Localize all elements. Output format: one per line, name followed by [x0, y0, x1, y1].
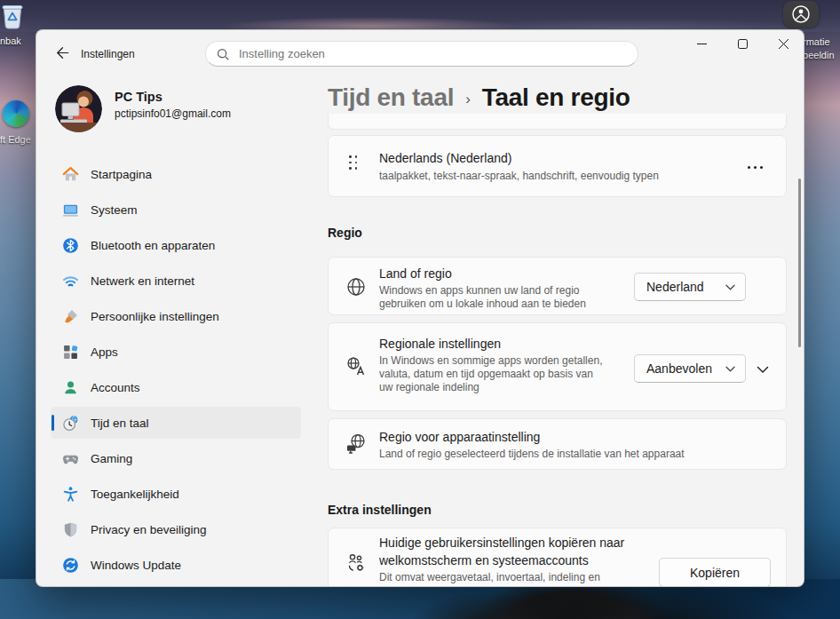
sidebar-item-label: Netwerk en internet: [91, 274, 194, 288]
globe-icon: [345, 276, 367, 301]
minimize-button[interactable]: [681, 30, 722, 57]
sidebar-item-bluetooth[interactable]: Bluetooth en apparaten: [51, 229, 301, 261]
close-button[interactable]: [763, 30, 804, 57]
sidebar-item-toegankelijkheid[interactable]: Toegankelijkheid: [51, 478, 301, 510]
country-region-card: Land of regio Windows en apps kunnen uw …: [328, 257, 787, 315]
sidebar-nav: Startpagina Systeem Bluetooth en apparat…: [51, 158, 301, 584]
sidebar-item-gaming[interactable]: Gaming: [51, 442, 301, 474]
country-dropdown-value: Nederland: [646, 280, 704, 294]
edge-label: ft Edge: [0, 134, 31, 145]
chevron-down-icon: [757, 366, 769, 374]
minimize-icon: [697, 39, 707, 49]
recycle-bin-label: nbak: [0, 36, 21, 46]
profile-section[interactable]: PC Tips pctipsinfo01@gmail.com: [55, 85, 304, 135]
sidebar-item-privacy[interactable]: Privacy en beveiliging: [51, 513, 301, 545]
copy-accounts-icon: [345, 552, 367, 576]
device-region-icon: [345, 433, 367, 458]
windows-update-icon: [62, 557, 79, 574]
copy-settings-card: Huidige gebruikersinstellingen kopiëren …: [328, 528, 787, 587]
partial-list-item: [328, 114, 787, 130]
system-icon: [62, 202, 79, 218]
search-box[interactable]: [205, 41, 638, 67]
copy-button-label: Kopiëren: [690, 566, 740, 580]
country-region-desc-line1: Windows en apps kunnen uw land of regio: [379, 284, 586, 298]
chevron-down-icon: [725, 284, 735, 290]
accessibility-icon: [62, 486, 79, 503]
sidebar-item-label: Privacy en beveiliging: [91, 523, 207, 536]
sidebar-item-startpagina[interactable]: Startpagina: [51, 158, 301, 190]
sidebar-item-label: Gaming: [91, 452, 132, 465]
settings-window: Instellingen: [36, 29, 804, 587]
sidebar-item-netwerk[interactable]: Netwerk en internet: [51, 265, 301, 297]
avatar: [55, 85, 102, 132]
time-language-icon: [62, 415, 79, 432]
copy-settings-title-line1: Huidige gebruikersinstellingen kopiëren …: [379, 535, 624, 552]
sidebar-item-label: Persoonlijke instellingen: [91, 310, 219, 323]
privacy-shield-icon: [62, 521, 79, 538]
country-region-title: Land of regio: [379, 266, 586, 281]
search-input[interactable]: [237, 46, 629, 61]
country-dropdown[interactable]: Nederland: [634, 273, 746, 301]
profile-name: PC Tips: [115, 90, 162, 104]
language-item-card[interactable]: Nederlands (Nederland) taalpakket, tekst…: [328, 135, 787, 197]
sidebar-item-label: Accounts: [91, 381, 140, 394]
desktop-label-right-1: rmatie: [803, 36, 830, 47]
profile-email: pctipsinfo01@gmail.com: [115, 107, 231, 120]
device-region-title: Regio voor apparaatinstelling: [379, 430, 685, 444]
sidebar-item-label: Bluetooth en apparaten: [91, 239, 215, 252]
back-arrow-icon: [56, 46, 69, 60]
maximize-icon: [738, 39, 748, 49]
sidebar-item-label: Apps: [91, 345, 118, 359]
home-icon: [62, 166, 79, 183]
expand-card-button[interactable]: [757, 361, 769, 377]
breadcrumb: Tijd en taal › Taal en regio: [328, 82, 630, 114]
regional-format-card: Regionale instellingen In Windows en som…: [328, 322, 787, 411]
search-icon: [217, 48, 229, 60]
desktop-screen: nbak ft Edge rmatie fbeeldin Instellinge…: [0, 0, 840, 619]
edge-icon[interactable]: [3, 100, 29, 127]
sidebar-item-windows-update[interactable]: Windows Update: [51, 549, 301, 581]
maximize-button[interactable]: [722, 30, 763, 57]
section-heading-regio: Regio: [328, 226, 362, 240]
country-region-desc-line2: gebruiken om u lokale inhoud aan te bied…: [379, 298, 586, 311]
sidebar-item-label: Windows Update: [91, 559, 181, 572]
personalization-icon: [62, 308, 79, 325]
app-title: Instellingen: [81, 48, 135, 60]
section-heading-extra: Extra instellingen: [328, 503, 432, 517]
close-icon: [779, 39, 788, 49]
accounts-icon: [62, 379, 79, 396]
wallpaper-clouds: [0, 0, 840, 32]
sidebar-item-persoonlijke-instellingen[interactable]: Persoonlijke instellingen: [51, 300, 301, 332]
sidebar-item-label: Tijd en taal: [91, 417, 149, 430]
desktop-label-right-2: fbeeldin: [800, 50, 835, 60]
device-region-desc: Land of regio geselecteerd tijdens de in…: [379, 448, 685, 461]
copy-button[interactable]: Kopiëren: [659, 558, 771, 587]
language-title: Nederlands (Nederland): [379, 151, 659, 165]
sidebar-item-label: Toegankelijkheid: [91, 488, 179, 501]
sidebar-item-tijd-en-taal[interactable]: Tijd en taal: [51, 407, 301, 439]
network-icon: [62, 273, 79, 290]
page-title: Taal en regio: [482, 83, 630, 112]
more-options-button[interactable]: [744, 161, 766, 174]
format-dropdown[interactable]: Aanbevolen: [634, 354, 746, 383]
breadcrumb-parent[interactable]: Tijd en taal: [328, 83, 454, 112]
sidebar-item-systeem[interactable]: Systeem: [51, 194, 301, 226]
chevron-down-icon: [725, 366, 735, 372]
regional-format-icon: [345, 356, 367, 381]
gaming-icon: [62, 450, 79, 467]
recycle-bin-icon[interactable]: [1, 1, 24, 31]
regional-format-desc-line3: uw regionale indeling: [379, 381, 602, 394]
drag-handle-icon[interactable]: [349, 155, 357, 170]
regional-format-title: Regionale instellingen: [379, 337, 602, 351]
photos-app-icon[interactable]: [783, 1, 819, 28]
selected-accent-bar: [52, 415, 54, 431]
bluetooth-icon: [62, 237, 79, 254]
sidebar-item-label: Systeem: [91, 203, 138, 217]
format-dropdown-value: Aanbevolen: [646, 361, 712, 376]
sidebar-item-apps[interactable]: Apps: [51, 336, 301, 368]
back-button[interactable]: [49, 41, 75, 64]
apps-icon: [62, 344, 79, 361]
scrollbar-thumb[interactable]: [798, 179, 801, 347]
device-region-card: Regio voor apparaatinstelling Land of re…: [328, 418, 787, 470]
sidebar-item-accounts[interactable]: Accounts: [51, 371, 301, 403]
